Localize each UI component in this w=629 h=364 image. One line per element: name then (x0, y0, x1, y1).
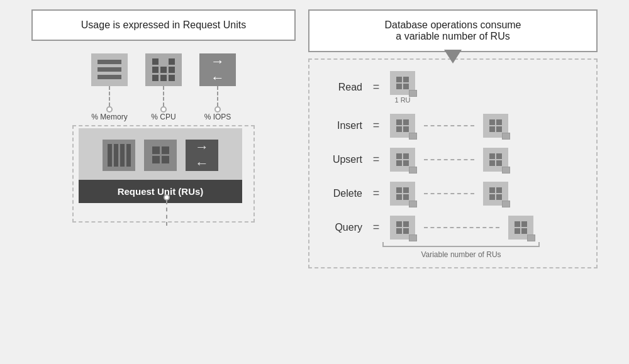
iops-resource-item: → ← (199, 53, 236, 86)
delete-ru-inner (396, 187, 409, 200)
four-sq-icon (152, 146, 169, 163)
delete-ru-icon-1 (390, 182, 415, 206)
mini-sq (496, 126, 502, 132)
delete-label: Delete (325, 188, 362, 199)
ru-icons-area: → ← (79, 128, 242, 180)
mini-sq (489, 119, 495, 125)
vert-line (108, 144, 112, 167)
mini-corner (409, 234, 417, 241)
query-ru-icon-1 (390, 216, 415, 240)
insert-dashes (424, 125, 474, 126)
arrow-left-icon: ← (211, 71, 225, 85)
mini-sq (489, 194, 495, 200)
query-equals: = (371, 221, 381, 234)
insert-ru-inner (396, 119, 409, 132)
iops-circle (214, 106, 221, 113)
sq-cell (162, 156, 169, 163)
query-dashes (424, 227, 499, 228)
mini-sq (496, 187, 502, 193)
mini-corner (409, 133, 417, 140)
cpu-label: % CPU (145, 113, 182, 121)
insert-equals: = (371, 119, 381, 132)
bottom-connector (164, 194, 170, 226)
cpu-cell (152, 58, 159, 65)
vert-line (126, 144, 131, 167)
memory-circle (106, 106, 113, 113)
cpu-icon (145, 53, 182, 86)
memory-icon (91, 53, 128, 86)
upsert-dashes (424, 159, 474, 160)
query-ru-inner-2 (515, 221, 527, 234)
main-container: Usage is expressed in Request Units (13, 9, 616, 355)
ru-cpu-icon (144, 140, 177, 171)
read-ru-inner (396, 77, 409, 89)
resource-labels-row: % Memory % CPU % IOPS (91, 113, 236, 121)
delete-ru-icon-2 (483, 182, 508, 206)
memory-line-2 (97, 67, 121, 72)
upsert-label: Upsert (325, 154, 362, 165)
iops-label: % IOPS (199, 113, 236, 121)
cpu-cell (160, 75, 167, 81)
query-row-wrapper: Query = (325, 216, 581, 260)
upsert-ru-inner (396, 153, 409, 166)
cpu-cell (160, 67, 167, 73)
mini-sq (496, 160, 502, 166)
left-panel: Usage is expressed in Request Units (31, 9, 296, 232)
delete-equals: = (371, 187, 381, 200)
memory-dashed-line (109, 86, 110, 106)
cpu-circle (160, 106, 167, 113)
read-op-row: Read = 1 RU (325, 71, 581, 104)
mini-sq (489, 187, 495, 193)
mini-sq (521, 221, 527, 227)
bottom-dashed-line (166, 201, 167, 226)
triangle-down-icon (444, 50, 462, 63)
mini-sq (403, 221, 409, 227)
iops-dashed-line (217, 86, 218, 106)
cpu-cell (169, 58, 175, 65)
mini-sq (521, 228, 527, 234)
insert-ru-icon-1 (390, 114, 415, 138)
mini-corner (502, 133, 510, 140)
sq-cell (152, 146, 160, 154)
ru-area: → ← Request Unit (RUs) (69, 125, 258, 226)
cpu-cell (169, 67, 175, 73)
read-ru-icon (390, 71, 415, 95)
mini-sq (396, 221, 402, 227)
query-bracket-area (325, 242, 581, 247)
read-row-wrapper: Read = 1 RU (325, 71, 581, 104)
upsert-op-row: Upsert = (325, 148, 581, 172)
iops-connector (199, 86, 236, 113)
memory-connector (91, 86, 128, 113)
mini-sq (496, 194, 502, 200)
delete-op-row: Delete = (325, 182, 581, 206)
mini-sq (496, 153, 502, 159)
mini-sq (403, 228, 409, 234)
mini-sq (396, 77, 402, 82)
mini-sq (496, 119, 502, 125)
vert-line (114, 144, 118, 167)
ru-label-bar: Request Unit (RUs) (79, 180, 242, 203)
vert-line (120, 144, 125, 167)
delete-dashes (424, 193, 474, 194)
upsert-equals: = (371, 153, 381, 166)
mini-corner (409, 167, 417, 174)
cpu-cell (169, 75, 175, 81)
mini-corner (409, 90, 417, 97)
insert-ru-icon-2 (483, 114, 508, 138)
mini-sq (489, 126, 495, 132)
memory-line-3 (97, 75, 121, 79)
mini-corner (502, 167, 510, 174)
mini-sq (396, 160, 402, 166)
mini-sq (489, 153, 495, 159)
insert-ru-inner-2 (489, 119, 502, 132)
mini-sq (396, 194, 402, 200)
mini-sq (403, 153, 409, 159)
sq-cell (152, 156, 160, 163)
vert-lines-icon (105, 141, 133, 169)
read-label: Read (325, 82, 362, 93)
ru-label-text: Request Unit (RUs) (118, 186, 204, 197)
upsert-ru-inner-2 (489, 153, 502, 166)
mini-sq (403, 119, 409, 125)
read-equals: = (371, 80, 381, 94)
iops-icon: → ← (199, 53, 236, 86)
